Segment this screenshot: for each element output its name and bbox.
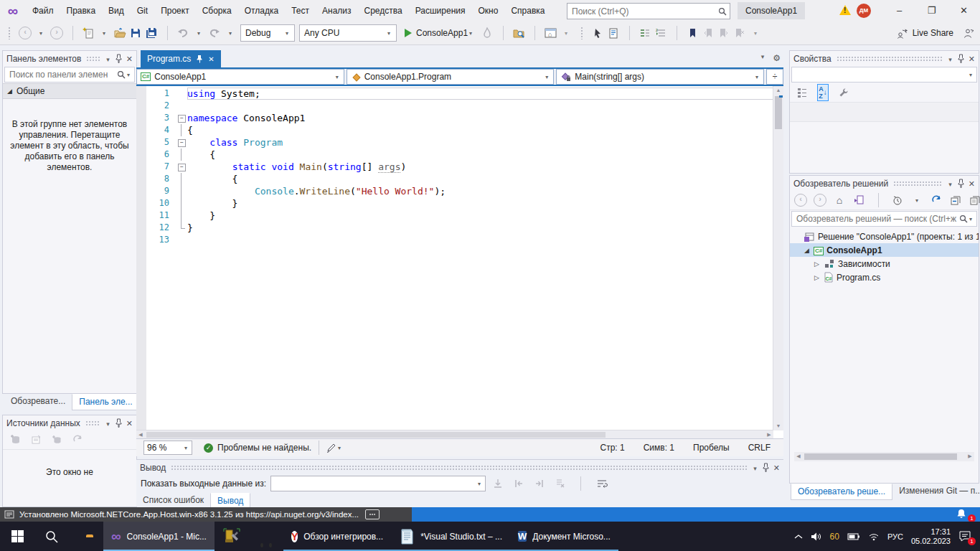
menu-справка[interactable]: Справка: [504, 0, 551, 22]
chevron-down-icon[interactable]: ▾: [105, 418, 111, 428]
close-icon[interactable]: ✕: [773, 463, 780, 473]
search-icon[interactable]: [718, 7, 727, 16]
platform-select[interactable]: Any CPU▾: [299, 24, 397, 42]
tree-item--consoleapp1-1-1-[interactable]: Решение "ConsoleApp1" (проекты: 1 из 1): [790, 230, 979, 243]
properties-header[interactable]: Свойства ▾✕: [790, 51, 979, 66]
wrench-icon[interactable]: [837, 84, 851, 101]
code-line-1[interactable]: 1using System;: [136, 88, 773, 100]
taskbar-cheat-engine[interactable]: [215, 522, 249, 551]
code-text[interactable]: }: [187, 222, 773, 234]
properties-object-select[interactable]: ▾: [791, 67, 977, 83]
open-folder-icon[interactable]: [113, 24, 127, 42]
search-input[interactable]: [570, 6, 718, 17]
battery-icon[interactable]: [847, 532, 860, 541]
tab-list-dropdown-icon[interactable]: ▾: [760, 53, 766, 63]
data-sources-header[interactable]: Источники данных ▾✕: [3, 415, 136, 430]
problems-status[interactable]: Проблемы не найдены.: [217, 443, 311, 453]
taskbar-visual-studio[interactable]: ∞ConsoleApp1 - Mic...: [103, 522, 215, 551]
tree-item-program-cs[interactable]: ▷C#Program.cs: [790, 270, 979, 284]
close-icon[interactable]: ✕: [969, 54, 975, 64]
nav-forward-icon[interactable]: ›: [813, 192, 827, 209]
refresh-gray-icon[interactable]: [70, 431, 85, 448]
eol-indicator[interactable]: CRLF: [748, 443, 771, 453]
pointer-icon[interactable]: [590, 24, 605, 42]
code-line-11[interactable]: 11 }: [136, 209, 773, 222]
collapse-all-icon[interactable]: [948, 192, 963, 209]
menu-окно[interactable]: Окно: [471, 0, 504, 22]
new-file-icon[interactable]: [81, 24, 95, 42]
db-config-icon[interactable]: [29, 431, 43, 448]
fold-margin[interactable]: [176, 234, 187, 246]
code-line-8[interactable]: 8 {: [136, 173, 773, 185]
browser-home-icon[interactable]: ⌂: [543, 24, 557, 42]
toolbox-search-box[interactable]: ▾: [4, 67, 135, 83]
indent-increase-icon[interactable]: 2: [654, 24, 668, 42]
pin-icon[interactable]: [762, 463, 770, 472]
code-line-13[interactable]: 13: [136, 234, 773, 246]
menu-расширения[interactable]: Расширения: [409, 0, 472, 22]
menu-отладка[interactable]: Отладка: [238, 0, 285, 22]
start-debugging-button[interactable]: ConsoleApp1▾: [405, 28, 473, 38]
toast-options-icon[interactable]: [365, 509, 380, 519]
line-indicator[interactable]: Стр: 1: [600, 443, 625, 453]
tab-program-cs[interactable]: Program.cs ✕: [141, 50, 221, 67]
chevron-down-icon[interactable]: ▾: [947, 179, 953, 189]
pin-icon[interactable]: [115, 418, 123, 428]
code-text[interactable]: {: [187, 124, 773, 136]
nav-type-select[interactable]: ConsoleApp1.Program▾: [347, 69, 555, 85]
toolbox-header[interactable]: Панель элементов ▾✕: [3, 51, 136, 66]
save-icon[interactable]: [128, 24, 143, 42]
spaces-indicator[interactable]: Пробелы: [693, 443, 730, 453]
pending-clock-icon[interactable]: [890, 192, 905, 209]
output-header[interactable]: Вывод ▾✕: [136, 459, 783, 475]
taskbar-windows-logo[interactable]: [0, 522, 34, 551]
taskbar-isaac[interactable]: [249, 522, 283, 551]
msg-prev-icon[interactable]: [512, 475, 526, 492]
bookmark-prev-icon[interactable]: [701, 24, 715, 42]
tab-список-ошибок[interactable]: Список ошибок: [136, 493, 210, 508]
menu-файл[interactable]: Файл: [26, 0, 60, 22]
code-text[interactable]: [187, 234, 773, 246]
indent-decrease-icon[interactable]: [638, 24, 652, 42]
fold-margin[interactable]: −: [176, 136, 187, 149]
find-in-files-icon[interactable]: [512, 24, 526, 42]
char-indicator[interactable]: Симв: 1: [644, 443, 674, 453]
drag-handle[interactable]: [171, 465, 747, 470]
chevron-down-icon[interactable]: ▾: [105, 54, 111, 64]
fold-margin[interactable]: −: [176, 161, 187, 173]
db-new-icon[interactable]: [50, 431, 64, 448]
nav-forward-icon[interactable]: ›: [50, 24, 64, 42]
hot-reload-icon[interactable]: [480, 24, 494, 42]
code-text[interactable]: {: [187, 173, 773, 185]
fold-margin[interactable]: [176, 124, 187, 136]
code-text[interactable]: }: [187, 197, 773, 209]
live-share-label[interactable]: Live Share: [913, 28, 953, 38]
tray-expand-icon[interactable]: [794, 534, 803, 540]
msg-next-icon[interactable]: [532, 475, 547, 492]
code-line-10[interactable]: 10 }: [136, 197, 773, 209]
vertical-scrollbar[interactable]: ▲ ▼: [773, 86, 783, 430]
code-line-3[interactable]: 3−namespace ConsoleApp1: [136, 112, 773, 124]
split-editor-button[interactable]: ÷: [766, 69, 783, 85]
taskbar-yandex[interactable]: YОбзор интегриров...: [283, 522, 391, 551]
chevron-down-icon[interactable]: ▾: [752, 463, 758, 473]
fold-margin[interactable]: [176, 149, 187, 161]
taskbar-explorer[interactable]: [69, 522, 103, 551]
code-cleanup-icon[interactable]: [326, 443, 336, 453]
code-line-6[interactable]: 6 {: [136, 149, 773, 161]
code-text[interactable]: namespace ConsoleApp1: [187, 112, 773, 124]
solution-search-input[interactable]: [795, 213, 959, 225]
tab-панель-эле-[interactable]: Панель эле...: [72, 394, 139, 410]
close-icon[interactable]: ✕: [969, 179, 975, 189]
save-all-icon[interactable]: [144, 24, 159, 42]
output-source-select[interactable]: ▾: [270, 476, 486, 491]
action-center-icon[interactable]: 1: [958, 530, 973, 543]
warning-icon[interactable]: [839, 5, 851, 15]
tab-обозреватель-реше-[interactable]: Обозреватель реше...: [791, 484, 892, 500]
fold-margin[interactable]: [176, 197, 187, 209]
live-share-icon[interactable]: [896, 28, 909, 39]
notifications-bell[interactable]: 1: [956, 508, 971, 521]
refresh-icon[interactable]: [929, 192, 943, 209]
tree-item-consoleapp1[interactable]: ◢C#ConsoleApp1: [790, 243, 979, 257]
feedback-icon[interactable]: [963, 28, 974, 39]
